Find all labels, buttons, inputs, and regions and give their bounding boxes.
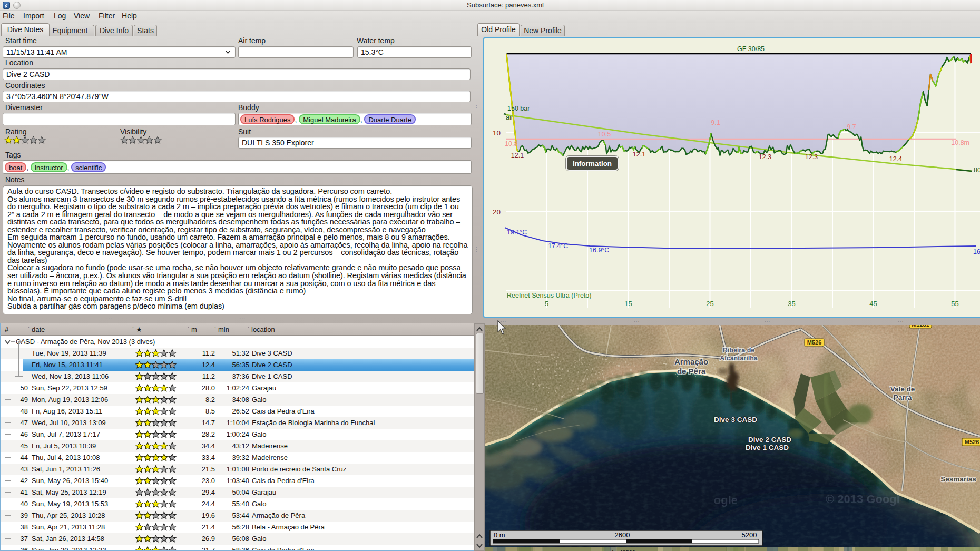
svg-text:ogle: ogle xyxy=(714,494,738,507)
svg-text:150 bar: 150 bar xyxy=(507,105,530,112)
svg-text:5200: 5200 xyxy=(742,531,757,539)
svg-text:12.1: 12.1 xyxy=(511,152,524,159)
svg-text:Dive 1 CASD: Dive 1 CASD xyxy=(746,444,789,451)
svg-text:Parra: Parra xyxy=(894,393,912,401)
svg-text:5: 5 xyxy=(545,300,548,308)
svg-text:Ribeira de: Ribeira de xyxy=(723,347,754,354)
svg-text:9.1: 9.1 xyxy=(711,119,720,126)
svg-text:de Pêra: de Pêra xyxy=(677,367,706,376)
svg-text:10.5: 10.5 xyxy=(598,131,611,138)
svg-text:25: 25 xyxy=(706,300,713,308)
svg-text:19.1°C: 19.1°C xyxy=(507,229,527,236)
svg-text:Reefnet Sensus Ultra (Preto): Reefnet Sensus Ultra (Preto) xyxy=(507,292,592,299)
svg-text:55: 55 xyxy=(951,300,958,308)
svg-text:17.4°C: 17.4°C xyxy=(548,242,568,250)
svg-text:Information: Information xyxy=(573,160,612,168)
svg-text:15: 15 xyxy=(624,300,632,308)
svg-text:35: 35 xyxy=(788,300,795,308)
svg-text:© 2013 Googl: © 2013 Googl xyxy=(826,493,900,506)
svg-text:45: 45 xyxy=(869,300,877,308)
svg-text:20: 20 xyxy=(493,208,501,216)
svg-text:12.3: 12.3 xyxy=(805,153,818,161)
svg-text:Alcantarilha: Alcantarilha xyxy=(720,355,758,362)
svg-text:2600: 2600 xyxy=(615,531,630,539)
svg-text:GF 30/85: GF 30/85 xyxy=(737,45,765,53)
svg-text:12.1: 12.1 xyxy=(633,151,645,158)
svg-text:0 m: 0 m xyxy=(494,531,505,539)
svg-text:Dive 2 CASD: Dive 2 CASD xyxy=(748,436,791,444)
svg-text:Sesmarias: Sesmarias xyxy=(940,475,976,483)
svg-text:12.3: 12.3 xyxy=(759,153,771,161)
svg-text:12.4: 12.4 xyxy=(889,155,902,163)
svg-text:10: 10 xyxy=(493,129,501,137)
svg-text:10.8: 10.8 xyxy=(505,140,517,147)
svg-text:Vale de: Vale de xyxy=(890,385,915,393)
svg-text:10.8m: 10.8m xyxy=(951,139,969,146)
svg-text:M1281: M1281 xyxy=(912,325,929,328)
svg-text:M526: M526 xyxy=(965,439,979,445)
svg-text:Armação: Armação xyxy=(674,357,708,366)
svg-text:16.9°C: 16.9°C xyxy=(589,247,609,254)
svg-text:80: 80 xyxy=(974,166,980,174)
svg-text:16: 16 xyxy=(973,248,980,255)
svg-text:air: air xyxy=(506,114,513,121)
svg-text:Dive 3 CASD: Dive 3 CASD xyxy=(714,416,757,424)
svg-text:9.7: 9.7 xyxy=(847,123,856,131)
svg-text:M526: M526 xyxy=(807,339,822,346)
